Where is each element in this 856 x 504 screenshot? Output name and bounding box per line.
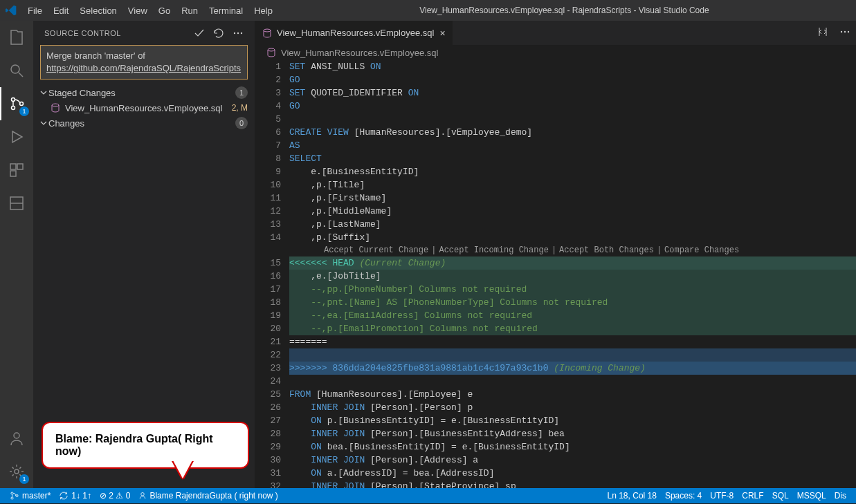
statusbar: master* 1↓ 1↑ ⊘ 2 ⚠ 0 Blame RajendraGupt… xyxy=(0,488,856,503)
status-disconnect[interactable]: Dis xyxy=(830,488,850,503)
compare-changes-link[interactable]: Compare Changes xyxy=(664,245,739,255)
menu-view[interactable]: View xyxy=(122,0,153,21)
editor-tabs: View_HumanResources.vEmployee.sql × xyxy=(255,21,856,45)
window-title: View_HumanResources.vEmployee.sql - Raje… xyxy=(278,6,850,15)
activity-accounts[interactable] xyxy=(0,422,33,455)
changes-section[interactable]: Changes 0 xyxy=(33,115,255,131)
callout-tail xyxy=(173,460,192,478)
commit-message-input[interactable]: Merge branch 'master' of https://github.… xyxy=(40,45,248,80)
svg-point-18 xyxy=(268,48,275,51)
editor: View_HumanResources.vEmployee.sql × View… xyxy=(255,21,856,488)
status-ln-col[interactable]: Ln 18, Col 18 xyxy=(603,488,661,503)
database-icon xyxy=(266,47,277,58)
editor-tab[interactable]: View_HumanResources.vEmployee.sql × xyxy=(255,21,453,45)
svg-point-9 xyxy=(15,469,19,474)
chevron-down-icon xyxy=(40,89,48,96)
menu-file[interactable]: File xyxy=(22,0,48,21)
svg-point-0 xyxy=(11,65,19,73)
svg-rect-5 xyxy=(17,164,23,169)
svg-point-11 xyxy=(237,32,239,33)
status-eol[interactable]: CRLF xyxy=(738,488,767,503)
more-actions-button[interactable] xyxy=(233,28,244,39)
compare-changes-icon[interactable] xyxy=(812,26,834,39)
activity-settings[interactable]: 1 xyxy=(0,455,33,488)
svg-point-19 xyxy=(11,492,13,494)
chevron-down-icon xyxy=(40,120,48,127)
svg-point-22 xyxy=(141,493,145,496)
staged-changes-section[interactable]: Staged Changes 1 xyxy=(33,85,255,100)
status-connection[interactable]: MSSQL xyxy=(793,488,830,503)
code-editor[interactable]: 1234567891011121314151617181920212223242… xyxy=(255,60,856,488)
svg-point-2 xyxy=(12,106,15,110)
more-editor-actions[interactable] xyxy=(834,26,856,39)
svg-point-15 xyxy=(841,31,842,32)
svg-point-17 xyxy=(848,31,849,32)
svg-rect-6 xyxy=(10,171,16,176)
status-encoding[interactable]: UTF-8 xyxy=(706,488,738,503)
menu-selection[interactable]: Selection xyxy=(74,0,122,21)
file-status: 2, M xyxy=(232,103,248,113)
accept-current-link[interactable]: Accept Current Change xyxy=(324,245,428,255)
accept-incoming-link[interactable]: Accept Incoming Change xyxy=(439,245,548,255)
accept-both-link[interactable]: Accept Both Changes xyxy=(559,245,654,255)
activity-run-debug[interactable] xyxy=(0,120,33,153)
status-branch[interactable]: master* xyxy=(6,488,55,503)
staged-file-item[interactable]: View_HumanResources.vEmployee.sql 2, M xyxy=(33,100,255,115)
refresh-button[interactable] xyxy=(213,28,224,39)
breadcrumb[interactable]: View_HumanResources.vEmployee.sql xyxy=(255,45,856,60)
scm-badge: 1 xyxy=(19,106,29,116)
activity-extensions[interactable] xyxy=(0,153,33,187)
svg-point-1 xyxy=(12,98,15,102)
status-problems[interactable]: ⊘ 2 ⚠ 0 xyxy=(95,488,134,503)
svg-point-14 xyxy=(264,29,271,32)
database-icon xyxy=(262,28,273,39)
menu-run[interactable]: Run xyxy=(176,0,203,21)
svg-point-10 xyxy=(234,32,235,33)
close-tab-button[interactable]: × xyxy=(439,28,445,39)
activity-explorer[interactable] xyxy=(0,21,33,54)
activity-source-control[interactable]: 1 xyxy=(0,87,33,120)
changes-count-badge: 0 xyxy=(235,117,248,129)
status-blame[interactable]: Blame RajendraGupta ( right now ) xyxy=(134,488,282,503)
menu-edit[interactable]: Edit xyxy=(48,0,74,21)
menu-go[interactable]: Go xyxy=(153,0,176,21)
settings-badge: 1 xyxy=(19,474,29,484)
svg-point-12 xyxy=(241,32,242,33)
staged-count-badge: 1 xyxy=(235,86,248,99)
vscode-logo-icon xyxy=(6,5,17,16)
status-spaces[interactable]: Spaces: 4 xyxy=(661,488,706,503)
activity-panel[interactable] xyxy=(0,187,33,220)
status-language[interactable]: SQL xyxy=(768,488,793,503)
titlebar: File Edit Selection View Go Run Terminal… xyxy=(0,0,856,21)
status-sync[interactable]: 1↓ 1↑ xyxy=(55,488,95,503)
svg-point-8 xyxy=(14,433,19,438)
svg-point-13 xyxy=(52,104,59,106)
commit-button[interactable] xyxy=(194,28,205,39)
sidebar: SOURCE CONTROL Merge branch 'master' of … xyxy=(33,21,255,488)
menu-help[interactable]: Help xyxy=(248,0,278,21)
callout-annotation: Blame: Rajendra Gupta( Right now) xyxy=(42,422,249,469)
sidebar-title: SOURCE CONTROL xyxy=(44,29,194,37)
database-icon xyxy=(50,102,61,113)
svg-rect-4 xyxy=(10,164,16,169)
merge-codelens: Accept Current Change|Accept Incoming Ch… xyxy=(289,244,856,256)
svg-point-21 xyxy=(16,494,18,496)
activity-search[interactable] xyxy=(0,54,33,87)
menu-terminal[interactable]: Terminal xyxy=(203,0,248,21)
svg-point-16 xyxy=(844,31,846,32)
activitybar: 1 1 xyxy=(0,21,33,488)
svg-point-20 xyxy=(11,497,13,499)
